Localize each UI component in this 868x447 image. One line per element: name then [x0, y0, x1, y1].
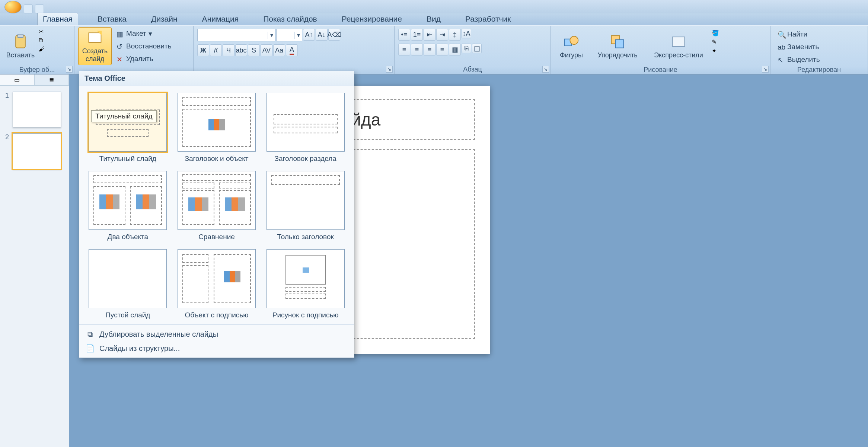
numbering-icon[interactable]: 1≡ [411, 29, 423, 41]
qat-save-icon[interactable] [24, 4, 33, 13]
slides-tab-icon[interactable]: ▭ [0, 74, 35, 85]
tab-design[interactable]: Дизайн [146, 13, 183, 25]
clear-format-icon[interactable]: A⌫ [328, 29, 340, 41]
layout-section-header[interactable]: Заголовок раздела [264, 93, 347, 163]
shape-outline-icon[interactable]: ✎ [712, 38, 719, 46]
outline-import-icon: 📄 [85, 343, 95, 353]
find-icon: 🔍 [778, 31, 785, 38]
char-spacing-icon[interactable]: AV [261, 44, 272, 56]
layout-title-only[interactable]: Только заголовок [264, 171, 347, 241]
grow-font-icon[interactable]: A↑ [303, 29, 315, 41]
svg-rect-1 [18, 34, 23, 37]
tab-review[interactable]: Рецензирование [336, 13, 407, 25]
format-painter-icon[interactable]: 🖌 [39, 46, 46, 53]
replace-icon: ab [778, 43, 785, 51]
layout-blank[interactable]: Пустой слайд [87, 249, 169, 319]
indent-dec-icon[interactable]: ⇤ [424, 29, 435, 41]
clipboard-group-label: Буфер об... [19, 66, 55, 74]
layout-picture-caption[interactable]: Рисунок с подписью [264, 249, 347, 319]
duplicate-icon: ⧉ [85, 329, 95, 339]
layout-title-content[interactable]: Заголовок и объект [176, 93, 258, 163]
layout-icon: ▥ [117, 30, 124, 37]
tab-slideshow[interactable]: Показ слайдов [258, 13, 322, 25]
font-launcher-icon[interactable]: ↘ [386, 66, 393, 73]
ribbon-tabs: Главная Вставка Дизайн Анимация Показ сл… [0, 13, 868, 25]
tab-developer[interactable]: Разработчик [460, 13, 516, 25]
quick-access-toolbar [0, 0, 868, 13]
select-icon: ↖ [778, 56, 785, 63]
italic-icon[interactable]: К [210, 44, 222, 56]
layout-title-slide[interactable]: Титульный слайд Титульный слайд [87, 93, 169, 163]
slide-thumb-2[interactable]: 2 [5, 133, 64, 169]
align-text-icon[interactable]: ⎘ [462, 44, 471, 53]
delete-button[interactable]: ✕Удалить [113, 53, 175, 64]
text-direction-icon[interactable]: ↕A [462, 29, 471, 38]
quick-styles-button[interactable]: Экспресс-стили [647, 27, 710, 65]
editing-group-label: Редактирован [797, 66, 841, 74]
quick-styles-icon [670, 34, 687, 50]
replace-button[interactable]: abЗаменить [774, 41, 823, 53]
find-button[interactable]: 🔍Найти [774, 29, 823, 40]
slide-panel: ▭ ≣ 1 2 [0, 74, 69, 447]
bold-icon[interactable]: Ж [197, 44, 209, 56]
new-slide-label: Создать слайд [82, 47, 108, 63]
tab-insert[interactable]: Вставка [92, 13, 132, 25]
shape-fill-icon[interactable]: 🪣 [712, 29, 719, 37]
chevron-down-icon: ▾ [149, 29, 152, 38]
cut-icon[interactable]: ✂ [39, 28, 46, 35]
group-paragraph: •≡ 1≡ ⇤ ⇥ ‡ ↕A ≡ ≡ ≡ ≡ ▥ ⎘ ◫ Абзац↘ [395, 26, 551, 74]
svg-rect-8 [673, 37, 685, 47]
drawing-group-label: Рисование [644, 66, 677, 74]
group-drawing: Фигуры Упорядочить Экспресс-стили 🪣 ✎ ✦ … [551, 26, 770, 74]
slide-thumb-1[interactable]: 1 [5, 92, 64, 127]
layout-content-caption[interactable]: Объект с подписью [176, 249, 258, 319]
change-case-icon[interactable]: Aa [273, 44, 285, 56]
slide-layout-gallery: Тема Office Титульный слайд Титульный сл… [79, 71, 354, 358]
font-size-combo[interactable]: ▾ [276, 29, 302, 41]
line-spacing-icon[interactable]: ‡ [449, 29, 461, 41]
layout-comparison[interactable]: Сравнение [176, 171, 258, 241]
slides-from-outline-menu[interactable]: 📄 Слайды из структуры... [79, 341, 354, 355]
strike-icon[interactable]: abc [235, 44, 247, 56]
smartart-icon[interactable]: ◫ [472, 44, 482, 53]
gallery-footer: ⧉ Дублировать выделенные слайды 📄 Слайды… [79, 324, 354, 358]
reset-icon: ↺ [117, 42, 124, 50]
reset-button[interactable]: ↺Восстановить [113, 41, 175, 52]
group-font: ▾ ▾ A↑ A↓ A⌫ Ж К Ч abc S AV Aa A ↘ [194, 26, 395, 74]
align-center-icon[interactable]: ≡ [411, 44, 423, 56]
font-family-combo[interactable]: ▾ [197, 29, 275, 41]
layout-tooltip: Титульный слайд [91, 110, 156, 122]
ribbon: Вставить ✂ ⧉ 🖌 Буфер об...↘ Создать слай… [0, 25, 868, 74]
copy-icon[interactable]: ⧉ [39, 37, 46, 44]
shadow-icon[interactable]: S [248, 44, 260, 56]
gallery-header: Тема Office [79, 71, 354, 86]
underline-icon[interactable]: Ч [223, 44, 234, 56]
paragraph-launcher-icon[interactable]: ↘ [542, 66, 549, 73]
shape-effects-icon[interactable]: ✦ [712, 47, 719, 55]
drawing-launcher-icon[interactable]: ↘ [762, 66, 769, 73]
layout-two-content[interactable]: Два объекта [87, 171, 169, 241]
align-justify-icon[interactable]: ≡ [436, 44, 448, 56]
office-button[interactable] [4, 1, 22, 13]
arrange-button[interactable]: Упорядочить [590, 27, 645, 65]
align-left-icon[interactable]: ≡ [398, 44, 410, 56]
shapes-button[interactable]: Фигуры [555, 27, 588, 65]
indent-inc-icon[interactable]: ⇥ [436, 29, 448, 41]
clipboard-launcher-icon[interactable]: ↘ [66, 66, 73, 73]
clipboard-icon [12, 34, 29, 50]
duplicate-slides-menu[interactable]: ⧉ Дублировать выделенные слайды [79, 327, 354, 341]
select-button[interactable]: ↖Выделить [774, 54, 823, 65]
outline-tab-icon[interactable]: ≣ [35, 74, 69, 85]
align-right-icon[interactable]: ≡ [424, 44, 435, 56]
columns-icon[interactable]: ▥ [449, 44, 461, 56]
tab-view[interactable]: Вид [421, 13, 446, 25]
shrink-font-icon[interactable]: A↓ [316, 29, 328, 41]
bullets-icon[interactable]: •≡ [398, 29, 410, 41]
qat-undo-icon[interactable] [35, 4, 44, 13]
layout-button[interactable]: ▥Макет ▾ [113, 28, 175, 39]
new-slide-button[interactable]: Создать слайд [78, 27, 112, 65]
tab-animation[interactable]: Анимация [197, 13, 244, 25]
font-color-icon[interactable]: A [286, 44, 298, 56]
paste-button[interactable]: Вставить [4, 27, 37, 65]
tab-home[interactable]: Главная [37, 13, 78, 25]
